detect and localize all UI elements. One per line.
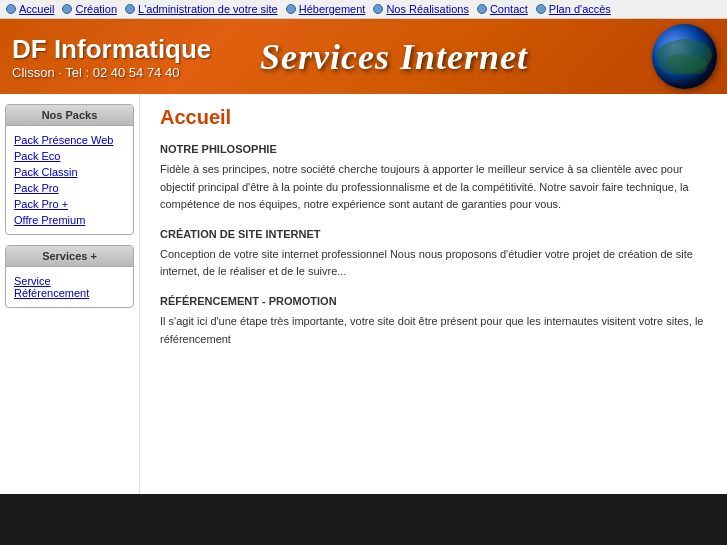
packs-box: Nos Packs Pack Présence WebPack EcoPack … (5, 104, 134, 235)
nav-label-administration: L'administration de votre site (138, 3, 278, 15)
nav-bullet-plan (536, 4, 546, 14)
sidebar-link-pack-presence[interactable]: Pack Présence Web (14, 132, 125, 148)
company-name: DF Informatique (12, 34, 211, 65)
sidebar: Nos Packs Pack Présence WebPack EcoPack … (0, 94, 140, 494)
packs-content: Pack Présence WebPack EcoPack ClassinPac… (6, 126, 133, 234)
nav-label-contact: Contact (490, 3, 528, 15)
section-heading-referencement: RÉFÉRENCEMENT - PROMOTION (160, 295, 707, 307)
nav-item-accueil[interactable]: Accueil (6, 3, 54, 15)
nav-label-hebergement: Hébergement (299, 3, 366, 15)
nav-item-plan[interactable]: Plan d'accès (536, 3, 611, 15)
nav-bullet-administration (125, 4, 135, 14)
nav-item-realisations[interactable]: Nos Réalisations (373, 3, 469, 15)
section-text-referencement: Il s'agit ici d'une étape très important… (160, 313, 707, 348)
nav-label-creation: Création (75, 3, 117, 15)
main-content: Accueil NOTRE PHILOSOPHIEFidèle à ses pr… (140, 94, 727, 494)
nav-item-creation[interactable]: Création (62, 3, 117, 15)
services-box-title: Services + (6, 246, 133, 267)
sidebar-link-pack-classin[interactable]: Pack Classin (14, 164, 125, 180)
nav-label-realisations: Nos Réalisations (386, 3, 469, 15)
nav-bullet-creation (62, 4, 72, 14)
top-navigation: AccueilCréationL'administration de votre… (0, 0, 727, 19)
section-heading-philosophie: NOTRE PHILOSOPHIE (160, 143, 707, 155)
sidebar-link-pack-pro-plus[interactable]: Pack Pro + (14, 196, 125, 212)
nav-label-accueil: Accueil (19, 3, 54, 15)
packs-title: Nos Packs (6, 105, 133, 126)
services-box: Services + Service Référencement (5, 245, 134, 308)
sidebar-link-service-referencement[interactable]: Service Référencement (14, 273, 125, 301)
section-text-philosophie: Fidèle à ses principes, notre société ch… (160, 161, 707, 214)
services-content: Service Référencement (6, 267, 133, 307)
nav-item-hebergement[interactable]: Hébergement (286, 3, 366, 15)
section-heading-creation-site: CRÉATION DE SITE INTERNET (160, 228, 707, 240)
nav-bullet-accueil (6, 4, 16, 14)
globe-icon (652, 24, 717, 89)
nav-bullet-contact (477, 4, 487, 14)
services-internet-title: Services Internet (260, 36, 528, 78)
content-wrapper: Nos Packs Pack Présence WebPack EcoPack … (0, 94, 727, 494)
sidebar-link-pack-eco[interactable]: Pack Eco (14, 148, 125, 164)
header-text: DF Informatique Clisson · Tel : 02 40 54… (12, 34, 211, 80)
page-title: Accueil (160, 106, 707, 129)
nav-bullet-hebergement (286, 4, 296, 14)
section-text-creation-site: Conception de votre site internet profes… (160, 246, 707, 281)
nav-item-administration[interactable]: L'administration de votre site (125, 3, 278, 15)
header-banner: DF Informatique Clisson · Tel : 02 40 54… (0, 19, 727, 94)
sections-container: NOTRE PHILOSOPHIEFidèle à ses principes,… (160, 143, 707, 348)
nav-item-contact[interactable]: Contact (477, 3, 528, 15)
company-subtitle: Clisson · Tel : 02 40 54 74 40 (12, 65, 211, 80)
nav-label-plan: Plan d'accès (549, 3, 611, 15)
sidebar-link-pack-pro[interactable]: Pack Pro (14, 180, 125, 196)
sidebar-link-offre-premium[interactable]: Offre Premium (14, 212, 125, 228)
nav-bullet-realisations (373, 4, 383, 14)
footer (0, 494, 727, 545)
